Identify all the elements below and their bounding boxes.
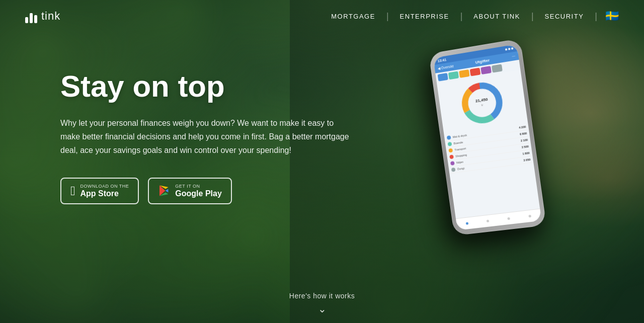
list-item-color [448, 148, 453, 153]
list-item-amount: 4 200 [519, 125, 526, 129]
list-item-color [448, 142, 452, 146]
phone-back-button: ◀ Översikt [437, 64, 454, 70]
cat-chip-1 [438, 73, 448, 82]
svg-text:kr: kr [481, 104, 484, 107]
cat-chip-3 [459, 69, 469, 78]
hero-title: Stay on top [60, 70, 352, 102]
nav-mortgage[interactable]: MORTGAGE [320, 13, 386, 20]
list-item-amount: 2 100 [521, 138, 528, 142]
list-item-color [449, 154, 454, 159]
list-item-color [451, 168, 456, 172]
cat-chip-2 [448, 71, 459, 79]
hero-content: Stay on top Why let your personal financ… [60, 70, 352, 204]
apple-icon:  [70, 184, 75, 197]
cat-chip-4 [470, 67, 481, 76]
battery-icon [511, 47, 514, 50]
logo-icon [25, 9, 37, 23]
logo-bar-3 [34, 15, 37, 23]
phone-screen-title: Utgifter [475, 58, 490, 65]
list-item-amount: 3 050 [523, 158, 531, 162]
chevron-down-icon: ⌄ [289, 303, 355, 315]
appstore-sub-label: Download on the [80, 184, 129, 189]
hero-description: Why let your personal finances weigh you… [60, 116, 352, 157]
donut-chart-svg: 21,450 kr [456, 77, 507, 129]
phone-nav-item-1 [465, 222, 468, 224]
list-item-amount: 6 800 [520, 132, 527, 136]
logo-text: tink [41, 10, 60, 23]
how-it-works-label: Here's how it works [289, 292, 355, 300]
phone-bottom-nav [456, 209, 542, 230]
nav-separator-4: | [595, 11, 597, 22]
logo-bar-2 [30, 13, 33, 23]
phone-status-icons [505, 47, 514, 51]
language-flag[interactable]: 🇸🇪 [605, 10, 619, 23]
nav-security[interactable]: SECURITY [534, 13, 595, 20]
phone-header-action: ⋯ [512, 54, 516, 58]
logo-bar-1 [25, 17, 28, 23]
appstore-main-label: App Store [80, 189, 129, 198]
list-item-amount: 1 800 [522, 151, 530, 155]
app-download-buttons:  Download on the App Store GET IT ON Go… [60, 178, 352, 204]
nav-about[interactable]: ABOUT TINK [462, 13, 531, 20]
how-it-works-section[interactable]: Here's how it works ⌄ [289, 292, 355, 315]
list-item-color [450, 161, 455, 166]
logo-link[interactable]: tink [25, 9, 60, 23]
googleplay-sub-label: GET IT ON [175, 184, 221, 189]
signal-icon [505, 48, 508, 51]
cat-chip-5 [480, 66, 492, 74]
appstore-button-text: Download on the App Store [80, 184, 129, 198]
wifi-icon [508, 48, 511, 50]
appstore-button[interactable]:  Download on the App Store [60, 178, 139, 204]
cat-chip-6 [492, 64, 503, 72]
phone-nav-item-3 [507, 217, 510, 220]
main-nav: MORTGAGE | ENTERPRISE | ABOUT TINK | SEC… [320, 10, 619, 23]
list-item-amount: 3 500 [521, 145, 529, 149]
list-item-color [447, 135, 451, 140]
phone-nav-item-4 [529, 215, 532, 218]
phone-time: 13:41 [437, 58, 446, 63]
site-header: tink MORTGAGE | ENTERPRISE | ABOUT TINK … [0, 0, 644, 32]
googleplay-main-label: Google Play [175, 189, 221, 198]
googleplay-button-text: GET IT ON Google Play [175, 184, 221, 198]
googleplay-button[interactable]: GET IT ON Google Play [148, 178, 231, 204]
nav-enterprise[interactable]: ENTERPRISE [389, 13, 460, 20]
phone-nav-item-2 [487, 220, 490, 223]
googleplay-icon [158, 185, 170, 197]
svg-text:21,450: 21,450 [475, 97, 488, 104]
